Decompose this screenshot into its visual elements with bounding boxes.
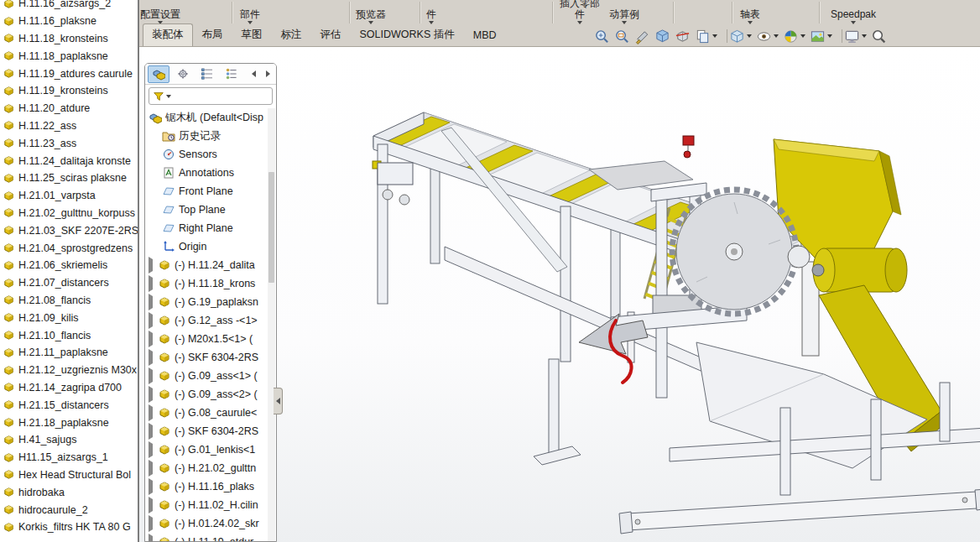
tree-item-history[interactable]: 历史记录 <box>162 127 266 145</box>
panel-collapse-handle[interactable] <box>274 388 283 414</box>
parts-list-item[interactable]: H.21.18_paplaksne <box>0 414 138 431</box>
tree-component-item[interactable]: (-) H.11.24_dalita <box>149 256 266 274</box>
display-style-icon[interactable] <box>693 26 719 46</box>
tree-component-item[interactable]: (-) M20x1.5<1> ( <box>149 330 266 348</box>
tree-scrollbar[interactable] <box>268 108 275 541</box>
parts-list-item[interactable]: H.21.15_distancers <box>0 396 138 414</box>
expand-arrow-icon[interactable] <box>149 407 154 419</box>
panel-prev-arrow[interactable] <box>248 67 259 81</box>
tab-property-manager[interactable] <box>172 65 194 83</box>
tree-component-item[interactable]: (-) G.08_caurule< <box>149 404 266 422</box>
blade-pulley[interactable] <box>788 246 810 268</box>
parts-list-item[interactable]: H.11.19_kronsteins <box>0 82 138 100</box>
tree-item-top-plane[interactable]: Top Plane <box>162 201 266 219</box>
ribbon-button[interactable]: 部件 <box>240 9 260 24</box>
tree-component-item[interactable]: (-) SKF 6304-2RS <box>149 422 266 440</box>
parts-list-item[interactable]: H.11.23_ass <box>0 134 138 152</box>
emergency-stop[interactable] <box>683 136 694 158</box>
parts-list-item[interactable]: H.11.16_aizsargs_2 <box>0 0 138 13</box>
ribbon-button[interactable]: 预览器 <box>356 9 386 24</box>
expand-arrow-icon[interactable] <box>149 296 154 308</box>
tree-component-item[interactable]: (-) G.09_ass<2> ( <box>149 385 266 404</box>
tree-filter[interactable] <box>149 87 273 105</box>
tab-feature-tree[interactable] <box>148 65 169 83</box>
parts-list-item[interactable]: H.11.16_plaksne <box>0 13 138 30</box>
tree-item-right-plane[interactable]: Right Plane <box>162 219 266 237</box>
tree-component-item[interactable]: (-) G.01_lenkis<1 <box>149 440 266 459</box>
hide-show-items-icon[interactable] <box>727 26 753 46</box>
expand-arrow-icon[interactable] <box>149 315 154 326</box>
tree-component-item[interactable]: (-) G.12_ass -<1> <box>149 311 266 330</box>
expand-arrow-icon[interactable] <box>149 462 154 474</box>
parts-list-item[interactable]: H.11.19_atdures caurule <box>0 65 138 82</box>
zoom-fit-icon[interactable] <box>592 26 612 46</box>
expand-arrow-icon[interactable] <box>149 370 154 382</box>
parts-list-item[interactable]: H.11.25_sciras plaksne <box>0 169 138 187</box>
zoom-area-icon[interactable] <box>612 26 632 46</box>
ribbon-button[interactable]: 轴表 <box>740 9 760 24</box>
command-tab[interactable]: MBD <box>464 23 506 46</box>
expand-arrow-icon[interactable] <box>149 278 154 289</box>
ribbon-button[interactable]: 插入零部件 <box>559 0 601 24</box>
expand-arrow-icon[interactable] <box>149 518 154 529</box>
tree-component-item[interactable]: (-) H.11.02_H.cilin <box>149 496 266 514</box>
expand-arrow-icon[interactable] <box>149 333 154 345</box>
parts-list-item[interactable]: Hex Head Structural Bol <box>0 466 138 484</box>
ribbon-button[interactable]: 动算例 <box>609 9 639 24</box>
expand-arrow-icon[interactable] <box>149 536 154 542</box>
parts-list-item[interactable]: H.21.10_flancis <box>0 326 138 344</box>
tab-configuration-manager[interactable] <box>196 65 218 83</box>
tree-component-item[interactable]: (-) G.09_ass<1> ( <box>149 367 266 385</box>
tree-item-origin[interactable]: Origin <box>162 237 266 256</box>
command-tab[interactable]: 评估 <box>311 23 351 46</box>
parts-list-item[interactable]: H.21.09_kilis <box>0 309 138 326</box>
tree-component-item[interactable]: (-) H.21.02_gulttn <box>149 459 266 477</box>
machine-3d-model[interactable] <box>277 47 980 542</box>
tree-root-item[interactable]: 锯木机 (Default<Disp <box>149 108 266 127</box>
tree-item-front-plane[interactable]: Front Plane <box>162 182 266 201</box>
parts-list-item[interactable]: Korkis_filtrs HK TA 80 G <box>0 519 138 536</box>
parts-list-item[interactable]: H.11.18_paplaksne <box>0 47 138 65</box>
tree-component-item[interactable]: (-) H.11.19_atdur <box>149 533 266 542</box>
parts-list-item[interactable]: H.21.01_varpsta <box>0 187 138 205</box>
parts-list-item[interactable]: H.21.14_zagripa d700 <box>0 379 138 397</box>
expand-arrow-icon[interactable] <box>149 444 154 456</box>
apply-scene-icon[interactable] <box>808 26 834 46</box>
magnifier-icon[interactable] <box>869 26 889 46</box>
parts-list-item[interactable]: H.21.06_skriemelis <box>0 257 138 274</box>
tree-component-item[interactable]: (-) H.11.16_plaks <box>149 477 266 496</box>
parts-list-item[interactable]: H.21.04_sprostgredzens <box>0 239 138 257</box>
parts-list-item[interactable]: H.21.02_gulttnu_korpuss <box>0 205 138 222</box>
ribbon-button[interactable]: Speedpak <box>831 9 876 24</box>
tree-item-annotations[interactable]: Annotations <box>162 164 266 182</box>
command-tab[interactable]: 标注 <box>272 23 311 46</box>
parts-list-item[interactable]: H.41_sajugs <box>0 431 138 449</box>
tree-component-item[interactable]: (-) G.19_paplaksn <box>149 293 266 311</box>
parts-list-item[interactable]: H11.15_aizsargs_1 <box>0 449 138 466</box>
viewport-icon[interactable] <box>842 26 868 46</box>
expand-arrow-icon[interactable] <box>149 388 154 400</box>
edit-appearance-icon[interactable] <box>781 26 807 46</box>
tree-item-sensors[interactable]: Sensors <box>162 145 266 164</box>
view-settings-icon[interactable] <box>754 26 780 46</box>
view-orientation-icon[interactable] <box>653 26 672 46</box>
parts-list-item[interactable]: hidrobaka <box>0 483 138 501</box>
tree-component-item[interactable]: (-) H.11.18_krons <box>149 274 266 293</box>
parts-list-item[interactable]: H.11.18_kronsteins <box>0 30 138 48</box>
parts-list-item[interactable]: H.21.08_flancis <box>0 292 138 310</box>
expand-arrow-icon[interactable] <box>149 425 154 437</box>
expand-arrow-icon[interactable] <box>149 352 154 363</box>
motor[interactable] <box>812 248 907 292</box>
expand-arrow-icon[interactable] <box>149 259 154 271</box>
parts-list-item[interactable]: H.11.20_atdure <box>0 100 138 117</box>
parts-list-item[interactable]: H.21.12_uzgrieznis M30x <box>0 362 138 379</box>
parts-list-item[interactable]: H.11.22_ass <box>0 117 138 135</box>
tree-component-item[interactable]: (-) SKF 6304-2RS <box>149 348 266 367</box>
tree-component-item[interactable]: (-) H.01.24.02_skr <box>149 514 266 533</box>
panel-next-arrow[interactable] <box>262 67 274 81</box>
section-tool-icon[interactable] <box>633 26 652 46</box>
section-view-icon[interactable] <box>673 26 692 46</box>
tree-scrollbar-thumb[interactable] <box>268 172 274 283</box>
command-tab[interactable]: 布局 <box>193 23 232 46</box>
parts-list-item[interactable]: H.21.11_paplaksne <box>0 344 138 362</box>
